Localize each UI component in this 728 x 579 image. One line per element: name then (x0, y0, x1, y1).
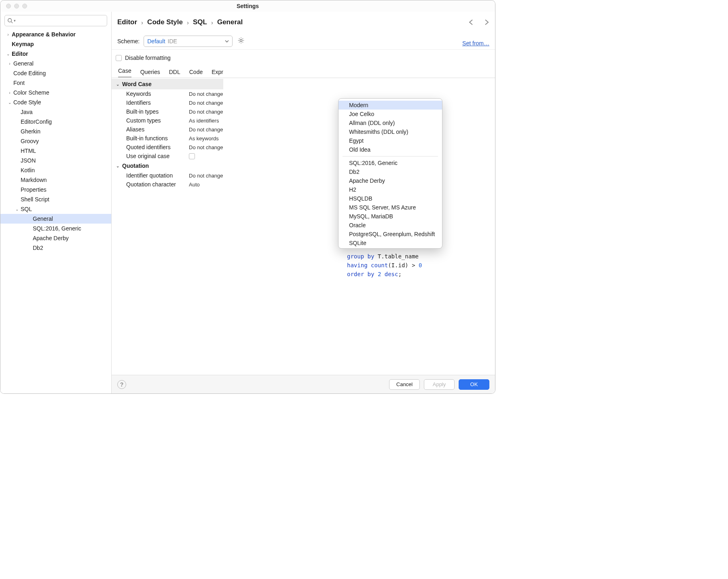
popup-item[interactable]: Egypt (339, 136, 442, 145)
breadcrumb-item[interactable]: SQL (193, 18, 207, 26)
sidebar-item[interactable]: Kotlin (0, 165, 111, 175)
sidebar-item[interactable]: General (0, 214, 111, 224)
setting-key: Keywords (126, 91, 189, 97)
setting-row[interactable]: AliasesDo not change (112, 125, 223, 134)
popup-item[interactable]: SQL:2016, Generic (339, 158, 442, 167)
popup-item[interactable]: Apache Derby (339, 176, 442, 185)
sidebar-item[interactable]: ⌄Editor (0, 49, 111, 59)
sidebar-item[interactable]: Db2 (0, 243, 111, 253)
setting-row[interactable]: KeywordsDo not change (112, 89, 223, 98)
svg-line-1 (11, 22, 13, 23)
set-from-link[interactable]: Set from… (462, 40, 489, 46)
sidebar-item[interactable]: ⌄SQL (0, 204, 111, 214)
group-header[interactable]: ⌄Word Case (112, 79, 223, 89)
setting-value: As keywords (189, 135, 219, 142)
sidebar-item[interactable]: JSON (0, 156, 111, 165)
tree-arrow-icon: ⌄ (5, 52, 11, 56)
scheme-actions-button[interactable] (237, 37, 245, 45)
sidebar-item[interactable]: Font (0, 78, 111, 88)
sidebar-item-label: Shell Script (21, 196, 49, 203)
help-button[interactable]: ? (117, 380, 126, 389)
setting-key: Quotation character (126, 181, 189, 188)
tree-arrow-icon: ⌄ (7, 100, 13, 105)
scheme-combo[interactable]: Default IDE (144, 36, 233, 47)
sidebar-item-label: Markdown (21, 177, 47, 183)
scheme-value: Default (147, 38, 165, 44)
back-icon[interactable] (468, 19, 475, 25)
set-from-popup: ModernJoe CelkoAllman (DDL only)Whitesmi… (338, 98, 442, 249)
popup-item[interactable]: Allman (DDL only) (339, 118, 442, 127)
sidebar-item[interactable]: Code Editing (0, 68, 111, 78)
cancel-button[interactable]: Cancel (389, 379, 420, 390)
setting-row[interactable]: Quoted identifiersDo not change (112, 143, 223, 152)
sidebar-item[interactable]: Apache Derby (0, 233, 111, 243)
window-title: Settings (0, 3, 495, 9)
tab-case[interactable]: Case (118, 68, 131, 78)
tab-queries[interactable]: Queries (140, 69, 160, 78)
breadcrumb-item[interactable]: Editor (117, 18, 137, 26)
popup-item[interactable]: H2 (339, 185, 442, 194)
popup-item[interactable]: Joe Celko (339, 110, 442, 118)
setting-key: Quoted identifiers (126, 144, 189, 150)
svg-point-2 (240, 39, 242, 41)
setting-row[interactable]: Built-in typesDo not change (112, 107, 223, 116)
ok-button[interactable]: OK (459, 379, 489, 390)
sidebar-item[interactable]: SQL:2016, Generic (0, 224, 111, 233)
sidebar-item[interactable]: ›Color Scheme (0, 88, 111, 97)
setting-row[interactable]: Use original case (112, 152, 223, 161)
sidebar-item[interactable]: Keymap (0, 39, 111, 49)
sidebar-item[interactable]: EditorConfig (0, 117, 111, 127)
sidebar-item-label: Db2 (33, 245, 43, 251)
sidebar-item[interactable]: HTML (0, 146, 111, 156)
sidebar-item[interactable]: ›Appearance & Behavior (0, 30, 111, 39)
setting-row[interactable]: Built-in functionsAs keywords (112, 134, 223, 143)
disable-formatting-checkbox[interactable] (116, 55, 122, 61)
apply-button[interactable]: Apply (424, 379, 455, 390)
disable-formatting-label: Disable formatting (125, 55, 171, 61)
tab-expr[interactable]: Expr (212, 69, 223, 78)
sidebar-item[interactable]: Markdown (0, 175, 111, 185)
tab-ddl[interactable]: DDL (169, 69, 180, 78)
group-header[interactable]: ⌄Quotation (112, 161, 223, 171)
setting-row[interactable]: Identifier quotationDo not change (112, 171, 223, 180)
popup-item[interactable]: PostgreSQL, Greenplum, Redshift (339, 230, 442, 239)
sidebar-item-label: Editor (12, 51, 28, 57)
sidebar-item-label: Color Scheme (13, 89, 49, 96)
breadcrumb-item[interactable]: Code Style (147, 18, 183, 26)
sidebar-item-label: Font (13, 80, 25, 86)
forward-icon[interactable] (483, 19, 489, 25)
sidebar-item-label: Java (21, 109, 33, 115)
sidebar-item[interactable]: Java (0, 107, 111, 117)
breadcrumb-item[interactable]: General (217, 18, 243, 26)
sidebar-item[interactable]: Gherkin (0, 127, 111, 136)
setting-key: Aliases (126, 126, 189, 133)
popup-item[interactable]: Modern (339, 101, 442, 110)
setting-row[interactable]: IdentifiersDo not change (112, 98, 223, 107)
popup-item[interactable]: MS SQL Server, MS Azure (339, 203, 442, 212)
tab-code[interactable]: Code (189, 69, 203, 78)
sidebar-item[interactable]: Shell Script (0, 194, 111, 204)
popup-item[interactable]: Db2 (339, 167, 442, 176)
setting-value: Do not change (189, 127, 223, 133)
popup-item[interactable]: Old Idea (339, 145, 442, 154)
popup-item[interactable]: Oracle (339, 221, 442, 230)
popup-item[interactable]: MySQL, MariaDB (339, 212, 442, 221)
setting-key: Identifiers (126, 99, 189, 106)
setting-checkbox[interactable] (189, 153, 195, 159)
popup-item[interactable]: SQLite (339, 239, 442, 247)
sidebar-item-label: JSON (21, 157, 36, 164)
setting-row[interactable]: Quotation characterAuto (112, 180, 223, 189)
search-input[interactable]: ▾ (4, 15, 107, 26)
sidebar-item[interactable]: Groovy (0, 136, 111, 146)
sidebar-item-label: Properties (21, 186, 47, 193)
popup-item[interactable]: HSQLDB (339, 194, 442, 203)
titlebar: Settings (0, 0, 495, 12)
sidebar-item-label: Code Editing (13, 70, 46, 76)
popup-item[interactable]: Whitesmiths (DDL only) (339, 127, 442, 136)
setting-row[interactable]: Custom typesAs identifiers (112, 116, 223, 125)
sidebar-item[interactable]: Properties (0, 185, 111, 194)
search-options-caret-icon[interactable]: ▾ (14, 19, 16, 23)
breadcrumb: Editor › Code Style › SQL › General (112, 12, 495, 33)
sidebar-item[interactable]: ⌄Code Style (0, 97, 111, 107)
sidebar-item[interactable]: ›General (0, 59, 111, 68)
